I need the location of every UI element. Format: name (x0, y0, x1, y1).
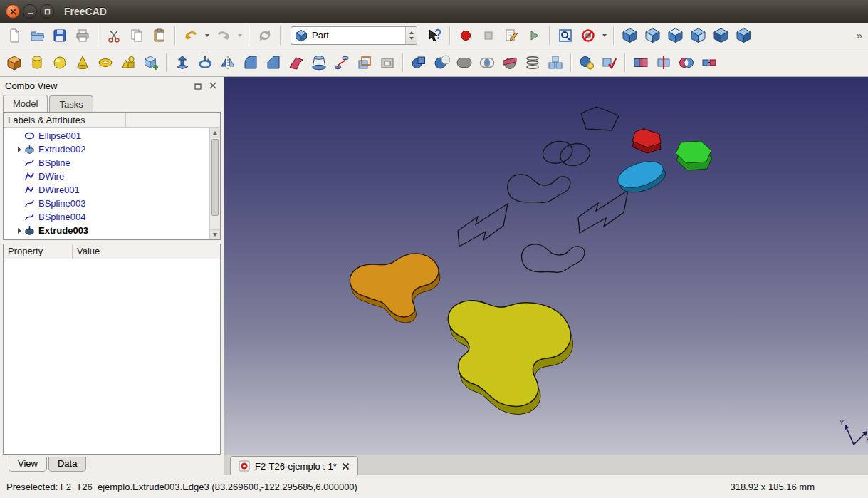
save-button[interactable] (49, 25, 70, 46)
clipping-menu-button[interactable] (600, 25, 609, 46)
green-hexagon-prism[interactable] (676, 141, 712, 170)
scroll-down-icon (213, 233, 217, 237)
scrollbar-thumb[interactable] (211, 139, 219, 216)
compound-button[interactable] (545, 52, 566, 73)
common-button[interactable] (476, 52, 498, 73)
s-curve-outline-2[interactable] (522, 244, 585, 272)
zigzag-outline-2[interactable] (578, 190, 628, 233)
union-button[interactable] (454, 52, 475, 73)
thickness-button[interactable] (377, 52, 398, 73)
tree-item-extrude003[interactable]: Extrude003 (4, 224, 220, 237)
view-isometric-button[interactable] (619, 25, 640, 46)
tab-data[interactable]: Data (48, 457, 86, 472)
boolean-button[interactable] (408, 52, 429, 73)
slice-button[interactable] (653, 52, 674, 73)
fillet-button[interactable] (240, 52, 261, 73)
xor-button[interactable] (676, 52, 697, 73)
view-left-button[interactable] (733, 25, 754, 46)
s-curve-outline-1[interactable] (508, 175, 570, 202)
red-prism[interactable] (632, 129, 661, 153)
tree-item-dwire001[interactable]: DWire001 (4, 183, 220, 197)
3d-viewport[interactable]: Y X (224, 77, 868, 455)
titlebar[interactable]: FreeCAD (0, 0, 868, 23)
tab-model[interactable]: Model (3, 95, 48, 113)
tree-item-bspline003[interactable]: BSpline003 (4, 197, 220, 210)
new-file-button[interactable] (4, 25, 25, 46)
tree-scrollbar[interactable] (209, 128, 220, 239)
primitives-button[interactable] (117, 52, 139, 73)
paste-button[interactable] (149, 25, 170, 46)
box-button[interactable] (4, 52, 25, 73)
clipping-plane-button[interactable] (577, 25, 599, 46)
scroll-down-button[interactable] (210, 229, 220, 239)
mirror-button[interactable] (217, 52, 239, 73)
connect-button[interactable] (699, 52, 720, 73)
expand-arrow-icon[interactable] (15, 228, 24, 234)
zoom-region-button[interactable] (555, 25, 576, 46)
chamfer-button[interactable] (263, 52, 284, 73)
boolean-fragments-button[interactable] (630, 52, 652, 73)
tree-item-extrude002[interactable]: Extrude002 (4, 142, 220, 156)
print-button[interactable] (72, 25, 93, 46)
tree-item-bspline004[interactable]: BSpline004 (4, 210, 220, 224)
tab-tasks[interactable]: Tasks (49, 95, 93, 112)
refine-shape-button[interactable] (576, 52, 597, 73)
close-document-icon[interactable] (342, 462, 350, 470)
maximize-window-button[interactable] (40, 4, 54, 19)
pentagon-outline[interactable] (581, 107, 619, 130)
shape-builder-button[interactable] (140, 52, 162, 73)
edit-macro-button[interactable] (501, 25, 522, 46)
extrude-button[interactable] (172, 52, 193, 73)
redo-menu-button[interactable] (236, 25, 244, 46)
cone-button[interactable] (72, 52, 93, 73)
close-window-button[interactable] (6, 4, 20, 19)
workbench-selector-spinner[interactable] (405, 27, 417, 44)
open-file-button[interactable] (26, 25, 48, 46)
workbench-selector[interactable]: Part (291, 26, 417, 45)
close-panel-button[interactable] (207, 81, 219, 91)
cylinder-button[interactable] (26, 52, 48, 73)
property-editor-body[interactable] (4, 259, 220, 454)
record-macro-button[interactable] (455, 25, 476, 46)
torus-button[interactable] (95, 52, 116, 73)
check-geometry-button[interactable] (599, 52, 620, 73)
expand-arrow-icon[interactable] (15, 147, 24, 152)
cross-sections-button[interactable] (522, 52, 543, 73)
stop-macro-button[interactable] (478, 25, 499, 46)
copy-button[interactable] (126, 25, 147, 46)
yellow-extruded-blob[interactable] (448, 301, 572, 415)
view-rear-button[interactable] (710, 25, 731, 46)
tab-view[interactable]: View (9, 457, 47, 472)
sphere-button[interactable] (49, 52, 70, 73)
section-button[interactable] (499, 52, 521, 73)
view-top-button[interactable] (664, 25, 686, 46)
ruled-surface-button[interactable] (286, 52, 307, 73)
revolve-button[interactable] (194, 52, 216, 73)
stop-macro-icon (481, 28, 496, 43)
blue-ellipse-disc[interactable] (615, 156, 669, 197)
scroll-up-button[interactable] (210, 128, 220, 138)
undo-menu-button[interactable] (203, 25, 211, 46)
play-macro-button[interactable] (523, 25, 545, 46)
whats-this-button[interactable] (424, 25, 445, 46)
zigzag-outline-1[interactable] (458, 204, 508, 247)
view-front-button[interactable] (642, 25, 663, 46)
float-panel-button[interactable] (192, 81, 204, 91)
tree-item-bspline[interactable]: BSpline (4, 156, 220, 170)
sweep-button[interactable] (331, 52, 352, 73)
orange-extruded-blob[interactable] (350, 254, 440, 323)
loft-button[interactable] (308, 52, 330, 73)
refresh-button[interactable] (254, 25, 276, 46)
view-right-button[interactable] (687, 25, 708, 46)
cut-boolean-button[interactable] (431, 52, 452, 73)
redo-button[interactable] (213, 25, 234, 46)
overlapping-ellipse-outlines[interactable] (540, 135, 592, 173)
cut-button[interactable] (103, 25, 125, 46)
toolbar-overflow-button[interactable]: » (854, 29, 865, 41)
tree-item-ellipse001[interactable]: Ellipse001 (4, 129, 220, 142)
minimize-window-button[interactable] (23, 4, 37, 19)
undo-button[interactable] (180, 25, 202, 46)
offset-button[interactable] (354, 52, 375, 73)
document-tab[interactable]: F2-T26-ejemplo : 1* (230, 456, 358, 475)
tree-item-dwire[interactable]: DWire (4, 170, 220, 183)
